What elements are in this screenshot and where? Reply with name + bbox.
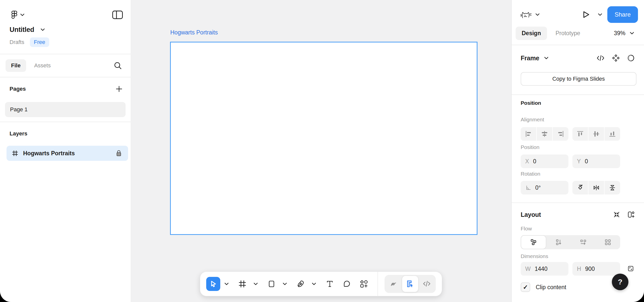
component-icon[interactable] (612, 54, 620, 62)
left-sidebar: Untitled Drafts Free File Assets Pages (0, 0, 131, 302)
pen-tool-button[interactable] (294, 277, 308, 291)
align-h-center-icon (541, 130, 548, 138)
sidebar-item-page-1[interactable]: Page 1 (5, 102, 126, 117)
divider (0, 54, 131, 54)
move-tool-chevron[interactable] (223, 277, 230, 291)
add-page-button[interactable] (115, 85, 123, 93)
help-button[interactable]: ? (612, 274, 628, 290)
panel-toggle-icon[interactable] (112, 10, 123, 19)
x-position-field[interactable]: X 0 (521, 155, 568, 168)
mode-switcher (385, 275, 436, 293)
flow-grid-button[interactable] (596, 235, 620, 249)
comment-tool-button[interactable] (340, 277, 354, 291)
plan-badge[interactable]: Free (30, 37, 49, 47)
selection-type-label[interactable]: Frame (521, 55, 539, 62)
flow-grid-icon (604, 238, 612, 246)
flow-vertical-button[interactable] (546, 235, 571, 249)
flow-freeform-button[interactable] (521, 235, 546, 249)
align-right-button[interactable] (553, 127, 568, 141)
clip-content-row[interactable]: ✓ Clip content (521, 282, 566, 292)
move-cursor-icon (209, 280, 218, 288)
breadcrumb-location[interactable]: Drafts (10, 39, 24, 45)
canvas-frame-label[interactable]: Hogwarts Portraits (170, 29, 218, 36)
y-value: 0 (585, 158, 588, 165)
tab-prototype[interactable]: Prototype (556, 30, 580, 37)
zoom-level[interactable]: 39% (614, 30, 625, 37)
rotation-field[interactable]: 0° (521, 181, 568, 194)
code-icon[interactable] (596, 54, 605, 62)
layer-row-hogwarts-portraits[interactable]: Hogwarts Portraits (7, 146, 128, 161)
divider (512, 203, 644, 203)
layers-section-title: Layers (10, 130, 27, 137)
flip-vertical-button[interactable] (605, 181, 620, 194)
draw-mode-button[interactable] (386, 276, 402, 292)
align-v-center-button[interactable] (588, 127, 604, 141)
actions-tool-button[interactable] (357, 277, 371, 291)
clip-content-checkbox[interactable]: ✓ (521, 282, 530, 292)
pen-icon (296, 280, 305, 288)
canvas[interactable]: Hogwarts Portraits (131, 0, 511, 302)
dev-mode-button[interactable] (419, 276, 435, 292)
divider (512, 94, 644, 95)
zoom-chevron[interactable] (630, 32, 634, 34)
toolbar (200, 272, 442, 296)
auto-layout-icon[interactable] (627, 211, 635, 219)
copy-to-slides-button[interactable]: Copy to Figma Slides (521, 72, 636, 86)
inspect-icon (406, 280, 414, 288)
rotation-value: 0° (535, 184, 541, 191)
flow-label: Flow (521, 226, 532, 232)
flip-horizontal-button[interactable] (588, 181, 604, 194)
canvas-frame[interactable] (170, 42, 477, 235)
tab-file[interactable]: File (6, 59, 26, 72)
search-icon[interactable] (114, 61, 122, 70)
frame-glyph-icon (12, 150, 19, 157)
frame-tool-button[interactable] (235, 277, 249, 291)
figma-logo[interactable] (10, 10, 19, 20)
align-left-icon (525, 130, 532, 138)
share-button[interactable]: Share (607, 6, 638, 23)
flip-horizontal-icon (593, 184, 600, 191)
main-menu-chevron[interactable] (19, 8, 26, 22)
draw-icon (390, 280, 398, 288)
lock-icon[interactable] (116, 150, 122, 157)
tab-design[interactable]: Design (516, 27, 547, 40)
height-field[interactable]: H 900 (572, 262, 620, 276)
align-top-button[interactable] (572, 127, 588, 141)
y-position-field[interactable]: Y 0 (572, 155, 620, 168)
shrink-icon[interactable] (613, 211, 620, 218)
text-tool-button[interactable] (323, 277, 337, 291)
cat-avatar-icon[interactable] (520, 10, 532, 19)
shape-tool-chevron[interactable] (282, 277, 288, 291)
present-chevron[interactable] (597, 8, 603, 22)
divider (0, 122, 131, 122)
align-h-center-button[interactable] (537, 127, 552, 141)
selection-type-chevron[interactable] (544, 57, 548, 59)
align-bottom-button[interactable] (605, 127, 620, 141)
pen-tool-chevron[interactable] (311, 277, 317, 291)
right-panel: Share Design Prototype 39% Frame (511, 0, 644, 302)
avatar-chevron[interactable] (534, 8, 541, 22)
constrain-icon[interactable] (627, 265, 634, 272)
position-section-title: Position (521, 100, 541, 106)
flow-freeform-icon (530, 238, 537, 246)
file-title[interactable]: Untitled (10, 26, 34, 34)
frame-tool-chevron[interactable] (252, 277, 259, 291)
move-tool-button[interactable] (206, 277, 220, 291)
y-label: Y (577, 158, 581, 165)
flow-horizontal-button[interactable] (571, 235, 596, 249)
shape-tool-button[interactable] (264, 277, 279, 291)
height-label: H (577, 266, 581, 272)
play-icon[interactable] (581, 10, 591, 20)
width-field[interactable]: W 1440 (521, 262, 568, 276)
file-title-chevron[interactable] (41, 28, 45, 31)
rotate-90-button[interactable] (572, 181, 588, 194)
flow-horizontal-icon (579, 238, 587, 246)
layout-section-title: Layout (521, 211, 541, 218)
flip-vertical-icon (609, 184, 616, 191)
inspect-mode-button[interactable] (402, 276, 418, 292)
variables-icon[interactable] (627, 54, 635, 62)
width-value: 1440 (535, 266, 548, 272)
tab-assets[interactable]: Assets (34, 62, 51, 69)
align-left-button[interactable] (521, 127, 536, 141)
comment-icon (343, 280, 351, 288)
